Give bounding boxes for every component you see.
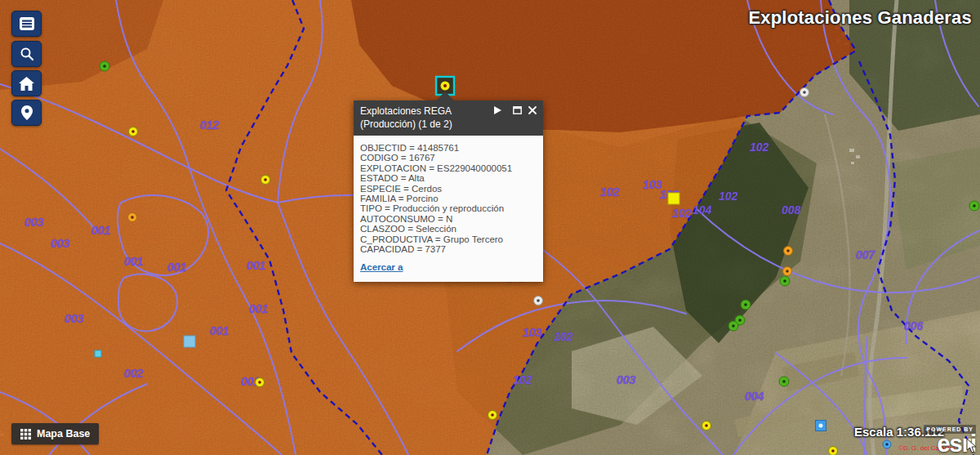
parcel-label: 003 [617,373,636,386]
next-feature-arrow-icon[interactable] [494,106,501,114]
yellow-dot-marker[interactable] [256,378,265,387]
cursor-icon [966,439,978,453]
parcel-label: 102 [750,141,769,154]
parcel-label: 012 [200,118,220,132]
parcel-label: 102 [554,330,573,343]
green-dot-marker[interactable] [779,377,789,386]
location-pin-icon [21,105,33,120]
attribute-list: OBJECTID = 41485761CODIGO = 16767EXPLOTA… [360,143,537,254]
green-dot-marker[interactable] [741,300,751,310]
parcel-label: 004 [745,390,764,403]
map-root: { "app": { "title": "Explotaciones Ganad… [0,0,980,455]
white-dot-marker[interactable] [800,88,809,97]
parcel-label: 002 [124,367,144,380]
parcel-label: 003 [65,312,84,325]
attribute-row: EXPLOTACION = ES229040000051 [360,163,537,173]
yellow-dot-marker[interactable] [261,176,270,185]
green-dot-marker[interactable] [728,321,738,331]
home-button[interactable] [11,70,42,96]
locate-button[interactable] [11,100,42,126]
parcel-label: 001 [124,255,144,268]
yellow-dot-marker[interactable] [129,127,138,136]
basemap-button[interactable]: Mapa Base [11,423,99,444]
cyan-dot-small-marker[interactable] [95,350,101,357]
attribute-row: ESTADO = Alta [360,173,537,183]
attribute-row: AUTOCONSUMO = N [360,214,537,224]
parcel-label: 103 [523,326,542,339]
popup-controls [494,106,537,114]
zoom-to-link[interactable]: Acercar a [360,262,403,272]
parcel-label: 104 [693,203,712,216]
blue-square-marker[interactable] [184,336,195,347]
menu-button[interactable] [11,11,42,37]
attribute-row: C_PRODUCTIVA = Grupo Tercero [360,234,537,244]
parcel-label: 001 [247,259,266,272]
blue-dot-marker[interactable] [883,440,891,448]
basemap-button-label: Mapa Base [37,428,90,439]
parcel-label: 008 [782,203,801,216]
search-icon [20,47,34,61]
blue-badge-marker[interactable] [816,421,826,431]
attribute-row: FAMILIA = Porcino [360,194,537,203]
parcel-label: 102 [600,185,620,199]
yellow-dot-marker[interactable] [702,422,711,430]
attribute-row: TIPO = Producción y reproducción [360,203,537,213]
green-dot-marker[interactable] [780,276,790,286]
attribute-row: OBJECTID = 41485761 [360,143,537,153]
popup-subtitle: (Producción) (1 de 2) [360,118,537,130]
yellow-square-marker[interactable] [668,193,679,204]
attribute-row: CAPACIDAD = 7377 [360,244,537,254]
parcel-label: 001 [210,324,229,337]
orange-dot-marker[interactable] [784,247,793,256]
popup-body: OBJECTID = 41485761CODIGO = 16767EXPLOTA… [354,136,543,282]
hamburger-icon [19,16,35,31]
parcel-label: 102 [672,207,692,220]
parcel-label: 001 [167,261,187,274]
yellow-dot-marker[interactable] [488,411,497,420]
parcel-label: 007 [856,248,876,261]
parcel-label: 102 [513,373,532,386]
page-title: Explotaciones Ganaderas [748,7,972,29]
parcel-label: 001 [91,224,111,237]
parcel-label: 006 [904,319,924,332]
basemap-grid-icon [20,429,31,439]
attribute-row: ESPECIE = Cerdos [360,184,537,194]
green-dot-marker[interactable] [100,61,109,71]
attribute-row: CLASZOO = Selección [360,224,537,234]
feature-popup: Explotaciones REGA (Producción) (1 de 2)… [354,100,543,282]
green-dot-marker[interactable] [969,201,979,211]
popup-beak [436,91,454,100]
parcel-label: 001 [249,302,269,315]
popup-header[interactable]: Explotaciones REGA (Producción) (1 de 2) [354,100,543,136]
white-dot-marker[interactable] [534,297,543,306]
parcel-label: 003 [51,237,70,250]
yellow-dot-marker[interactable] [829,447,838,455]
search-button[interactable] [11,41,42,67]
maximize-icon[interactable] [513,106,522,114]
orange-dot-marker[interactable] [783,267,792,276]
home-icon [19,77,34,91]
attribute-row: CODIGO = 16767 [360,153,537,163]
parcel-label: 102 [719,190,738,203]
parcel-label: 003 [24,216,44,229]
orange-dot-marker[interactable] [128,213,137,222]
close-icon[interactable] [528,106,537,114]
